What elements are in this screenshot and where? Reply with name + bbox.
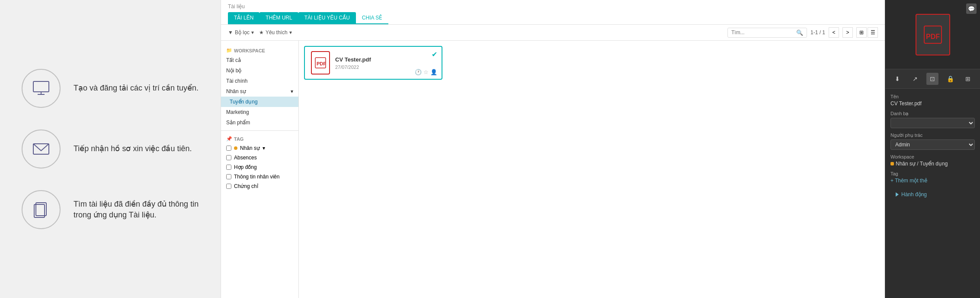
tabs: TẢI LÊN THÊM URL TÀI LIỆU YÊU CẦU CHIA S… — [228, 12, 878, 24]
sidebar-item-hr[interactable]: Nhân sự ▾ — [221, 86, 298, 97]
file-list: PDF CV Tester.pdf 27/07/2022 ✔ 🕐 ☆ 👤 — [299, 41, 885, 298]
page-title: Tài liệu — [228, 3, 878, 10]
pagination-label: 1-1 / 1 — [810, 29, 825, 36]
field-name: Tên CV Tester.pdf — [890, 94, 975, 107]
toolbar: ▼ Bộ lọc ▾ ★ Yêu thích ▾ 🔍 1-1 / 1 < > ⊞… — [221, 25, 885, 41]
file-card-cv-tester[interactable]: PDF CV Tester.pdf 27/07/2022 ✔ 🕐 ☆ 👤 — [304, 46, 442, 80]
file-user-button[interactable]: 👤 — [430, 69, 437, 75]
share-button[interactable]: ↗ — [909, 73, 921, 85]
tag-checkbox-absences[interactable] — [226, 155, 231, 160]
filter-label: Bộ lọc — [235, 29, 250, 36]
preview-area: PDF 💬 — [885, 0, 980, 69]
prev-page-button[interactable]: < — [829, 27, 839, 38]
star-icon: ★ — [259, 29, 264, 36]
content-area: 📁 WORKSPACE Tất cả Nội bộ Tài chính Nhân… — [221, 41, 885, 298]
tag-item-contract[interactable]: Hợp đồng — [221, 162, 298, 172]
grid-view-button[interactable]: ⊞ — [856, 27, 867, 38]
field-contact: Danh bạ — [890, 111, 975, 128]
rp-fields: Tên CV Tester.pdf Danh bạ Người phụ trác… — [885, 89, 980, 204]
feature-item-copy: Tìm tài liệu đã điền đầy đủ thông tintro… — [22, 190, 199, 229]
tab-share[interactable]: CHIA SẺ — [356, 12, 388, 24]
file-clock-button[interactable]: 🕐 — [415, 69, 422, 75]
filter-arrow: ▾ — [251, 29, 254, 36]
field-workspace-label: Workspace — [890, 154, 975, 159]
workspace-section-title: 📁 WORKSPACE — [221, 46, 298, 55]
tag-dot-hr — [234, 146, 237, 150]
download-button[interactable]: ⬇ — [891, 73, 903, 85]
action-section-button[interactable]: Hành động — [890, 190, 975, 199]
file-info: CV Tester.pdf 27/07/2022 — [335, 56, 436, 70]
sidebar-item-all[interactable]: Tất cả — [221, 55, 298, 65]
check-icon: ✔ — [432, 50, 437, 58]
feature-item-email: Tiếp nhận hồ sơ xin việc đầu tiên. — [22, 130, 199, 168]
favorites-button[interactable]: ★ Yêu thích ▾ — [259, 29, 292, 36]
next-page-button[interactable]: > — [842, 27, 853, 38]
tag-section: 📌 TAG Nhân sự ▾ Absences Hợp đồng — [221, 134, 298, 191]
tag-section-title: 📌 TAG — [221, 134, 298, 143]
lock-button[interactable]: 🔒 — [944, 73, 956, 85]
field-owner: Người phụ trác Admin — [890, 133, 975, 150]
tag-item-certificate[interactable]: Chứng chỉ — [221, 181, 298, 191]
file-actions: 🕐 ☆ 👤 — [415, 69, 437, 75]
view-toggle: ⊞ ☰ — [856, 27, 878, 38]
tag-checkbox-employee-info[interactable] — [226, 174, 231, 179]
svg-text:PDF: PDF — [317, 61, 326, 66]
sidebar-item-recruitment[interactable]: Tuyển dụng — [221, 97, 298, 107]
tab-upload[interactable]: TẢI LÊN — [228, 12, 259, 24]
field-name-label: Tên — [890, 94, 975, 99]
tab-add-url[interactable]: THÊM URL — [259, 12, 298, 24]
action-label: Hành động — [901, 191, 927, 198]
tag-item-hr[interactable]: Nhân sự ▾ — [221, 143, 298, 153]
feature-item-monitor: Tạo và đăng tải các vị trí cần tuyển. — [22, 69, 199, 108]
preview-pdf-icon: PDF — [916, 14, 950, 55]
field-workspace: Workspace Nhân sự / Tuyển dụng — [890, 154, 975, 167]
field-tag: Tag + Thêm một thẻ — [890, 171, 975, 184]
folder-icon: 📁 — [226, 48, 232, 53]
workspace-text: Nhân sự / Tuyển dụng — [896, 161, 948, 167]
field-owner-select[interactable]: Admin — [890, 139, 975, 150]
sidebar-item-internal[interactable]: Nội bộ — [221, 65, 298, 76]
field-tag-label: Tag — [890, 171, 975, 176]
toolbar-left: ▼ Bộ lọc ▾ ★ Yêu thích ▾ — [228, 29, 722, 36]
tag-item-absences[interactable]: Absences — [221, 153, 298, 162]
tag-checkbox-certificate[interactable] — [226, 184, 231, 189]
chat-button[interactable]: 💬 — [966, 3, 977, 14]
sidebar-item-marketing[interactable]: Marketing — [221, 107, 298, 117]
chevron-down-icon: ▾ — [291, 88, 293, 94]
sidebar-item-product[interactable]: Sản phẩm — [221, 117, 298, 128]
svg-rect-0 — [33, 81, 49, 92]
filter-icon: ▼ — [228, 29, 233, 36]
rp-toolbar: ⬇ ↗ ⊡ 🔒 ⊞ — [885, 69, 980, 89]
pdf-icon: PDF — [311, 51, 330, 74]
toolbar-right: 🔍 1-1 / 1 < > ⊞ ☰ — [727, 27, 878, 38]
tag-add-button[interactable]: + Thêm một thẻ — [890, 178, 975, 184]
right-panel: PDF 💬 ⬇ ↗ ⊡ 🔒 ⊞ Tên CV Tester.pdf Danh b… — [885, 0, 980, 298]
sidebar-divider — [221, 130, 298, 131]
tag-item-employee-info[interactable]: Thông tin nhân viên — [221, 172, 298, 181]
top-bar: Tài liệu TẢI LÊN THÊM URL TÀI LIỆU YÊU C… — [221, 0, 885, 25]
monitor-icon — [22, 69, 61, 108]
file-star-button[interactable]: ☆ — [423, 69, 429, 75]
list-view-button[interactable]: ☰ — [868, 27, 878, 38]
tab-request[interactable]: TÀI LIỆU YÊU CẦU — [298, 12, 356, 24]
file-name: CV Tester.pdf — [335, 56, 436, 63]
tag-checkbox-contract[interactable] — [226, 165, 231, 170]
action-arrow-icon — [896, 192, 899, 197]
email-icon — [22, 130, 61, 168]
tag-pin-icon: 📌 — [226, 136, 232, 142]
svg-text:PDF: PDF — [926, 33, 940, 40]
field-contact-label: Danh bạ — [890, 111, 975, 117]
search-input[interactable] — [731, 29, 796, 36]
copy-button[interactable]: ⊡ — [926, 73, 938, 85]
grid-button[interactable]: ⊞ — [962, 73, 974, 85]
filter-button[interactable]: ▼ Bộ lọc ▾ — [228, 29, 254, 36]
tag-hr-arrow: ▾ — [263, 145, 265, 151]
tag-checkbox-hr[interactable] — [226, 146, 231, 151]
field-contact-select[interactable] — [890, 118, 975, 128]
feature-text-copy: Tìm tài liệu đã điền đầy đủ thông tintro… — [74, 199, 199, 220]
sidebar-item-finance[interactable]: Tài chính — [221, 76, 298, 86]
main-content: Tài liệu TẢI LÊN THÊM URL TÀI LIỆU YÊU C… — [221, 0, 885, 298]
workspace-value: Nhân sự / Tuyển dụng — [890, 161, 975, 167]
sidebar: 📁 WORKSPACE Tất cả Nội bộ Tài chính Nhân… — [221, 41, 299, 298]
copy-icon — [22, 190, 61, 229]
